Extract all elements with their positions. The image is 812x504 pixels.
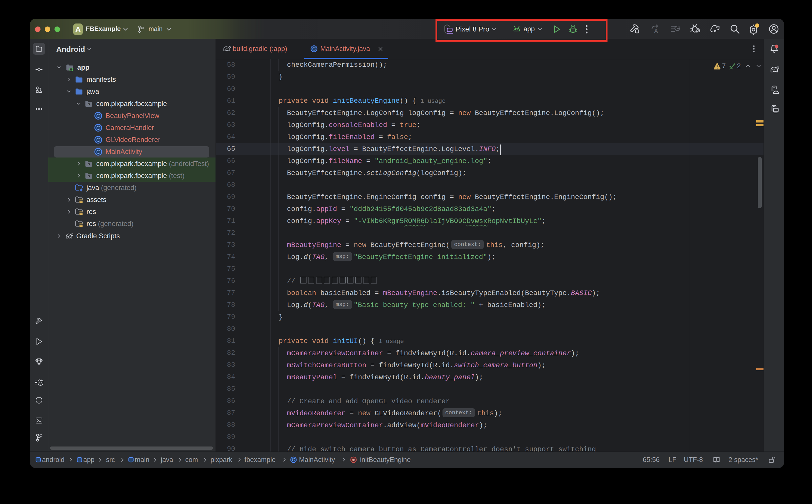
svg-text:C: C <box>292 457 295 462</box>
svg-text:m: m <box>352 457 355 462</box>
svg-text:C: C <box>312 46 316 51</box>
svg-text:C: C <box>96 149 100 155</box>
svg-text:A: A <box>654 28 658 34</box>
svg-text:C: C <box>96 137 100 143</box>
svg-text:C: C <box>96 113 100 119</box>
svg-text:C: C <box>96 125 100 131</box>
